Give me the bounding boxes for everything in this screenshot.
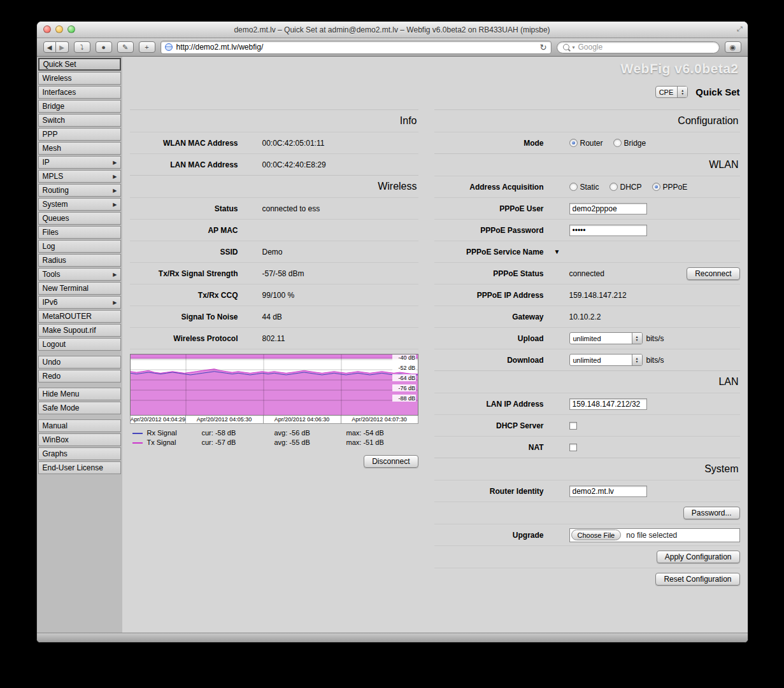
- sidebar-item-quick-set[interactable]: Quick Set: [38, 58, 121, 71]
- sidebar-item-make-supout-rif[interactable]: Make Supout.rif: [38, 324, 121, 337]
- svg-text:-52 dB: -52 dB: [398, 365, 415, 371]
- sidebar-item-label: PPP: [43, 130, 58, 139]
- signal-chart-plot: -40 dB-52 dB-64 dB-76 dB-88 dB: [130, 354, 418, 416]
- sidebar-item-label: Graphs: [43, 449, 68, 458]
- reset-row: Reset Configuration: [434, 568, 740, 590]
- zoom-button[interactable]: [68, 25, 75, 33]
- sidebar-item-ip[interactable]: IP▶: [38, 156, 121, 169]
- mode-router-radio[interactable]: Router: [569, 139, 603, 148]
- ssid-label: SSID: [130, 248, 238, 256]
- sidebar-item-routing[interactable]: Routing▶: [38, 184, 121, 197]
- sidebar-item-files[interactable]: Files: [38, 226, 121, 239]
- form-row: WLAN MAC Address 00:0C:42:05:01:11: [130, 132, 418, 153]
- addr-static-radio[interactable]: Static: [569, 183, 599, 192]
- sidebar-item-graphs[interactable]: Graphs: [38, 447, 121, 460]
- compose-button[interactable]: ✎: [117, 41, 134, 53]
- choose-file-button[interactable]: Choose File: [571, 530, 622, 540]
- window-titlebar: demo2.mt.lv – Quick Set at admin@demo2.m…: [37, 22, 748, 38]
- history-button[interactable]: ⤵: [74, 41, 90, 53]
- sidebar-item-radius[interactable]: Radius: [38, 254, 121, 267]
- sidebar-item-ipv6[interactable]: IPv6▶: [38, 296, 121, 309]
- router-identity-input[interactable]: [569, 486, 647, 497]
- addr-dhcp-radio[interactable]: DHCP: [609, 183, 642, 192]
- sidebar-item-bridge[interactable]: Bridge: [38, 100, 121, 113]
- sidebar-item-ppp[interactable]: PPP: [38, 128, 121, 141]
- svg-text:-76 dB: -76 dB: [398, 385, 415, 391]
- form-row: Upgrade Choose File no file selected: [434, 524, 740, 545]
- upload-unit: bits/s: [646, 334, 664, 343]
- nat-value: [569, 444, 740, 451]
- status-label: Status: [130, 204, 238, 213]
- disconnect-button[interactable]: Disconnect: [364, 455, 418, 468]
- sidebar-item-safe-mode[interactable]: Safe Mode: [38, 402, 121, 414]
- back-button[interactable]: ◀: [43, 41, 56, 53]
- sidebar-item-new-terminal[interactable]: New Terminal: [38, 282, 121, 295]
- sidebar-item-interfaces[interactable]: Interfaces: [38, 86, 121, 99]
- sidebar-item-log[interactable]: Log: [38, 240, 121, 253]
- sidebar-item-label: System: [43, 200, 68, 209]
- disclosure-triangle-icon[interactable]: ▼: [554, 248, 560, 255]
- upload-select[interactable]: unlimited ▲ ▼: [569, 332, 643, 344]
- sidebar-item-label: Make Supout.rif: [43, 326, 96, 335]
- pppoe-password-input[interactable]: [569, 225, 647, 236]
- pppoe-service-name-value: ▼: [554, 248, 740, 255]
- password-button[interactable]: Password...: [683, 507, 740, 519]
- sidebar-item-mesh[interactable]: Mesh: [38, 142, 121, 155]
- window-resize-bar[interactable]: [37, 633, 748, 642]
- toolbar-overflow-button[interactable]: ◉: [725, 41, 741, 53]
- browser-window: demo2.mt.lv – Quick Set at admin@demo2.m…: [36, 21, 748, 643]
- search-engine-caret-icon[interactable]: ▾: [573, 45, 575, 50]
- reader-button[interactable]: ●: [96, 41, 112, 53]
- minimize-button[interactable]: [55, 25, 63, 33]
- reload-icon[interactable]: ↻: [540, 43, 547, 52]
- form-row: Signal To Noise 44 dB: [130, 305, 418, 327]
- search-field[interactable]: ▾ Google: [557, 41, 720, 53]
- chart-legend: Rx Signal cur: -58 dB avg: -56 dB max: -…: [130, 428, 418, 447]
- sidebar-item-queues[interactable]: Queues: [38, 212, 121, 225]
- sidebar-item-label: IPv6: [43, 298, 58, 307]
- sidebar-item-hide-menu[interactable]: Hide Menu: [38, 388, 121, 400]
- forward-button[interactable]: ▶: [56, 41, 69, 53]
- apply-configuration-button[interactable]: Apply Configuration: [657, 551, 740, 563]
- download-select[interactable]: unlimited ▲ ▼: [569, 354, 643, 366]
- sidebar-item-winbox[interactable]: WinBox: [38, 433, 121, 446]
- sidebar-item-wireless[interactable]: Wireless: [38, 72, 121, 85]
- disconnect-row: Disconnect: [130, 455, 418, 468]
- chart-x-axis: Apr/20/2012 04:04:29 Apr/20/2012 04:05:3…: [130, 416, 418, 424]
- add-tab-button[interactable]: +: [139, 41, 155, 53]
- sidebar-item-tools[interactable]: Tools▶: [38, 268, 121, 281]
- nat-checkbox[interactable]: [569, 444, 577, 451]
- lan-ip-input[interactable]: [569, 398, 647, 410]
- sidebar-item-mpls[interactable]: MPLS▶: [38, 170, 121, 183]
- sidebar-item-switch[interactable]: Switch: [38, 114, 121, 127]
- signal-strength-value: -57/-58 dBm: [262, 269, 418, 278]
- upgrade-file-field[interactable]: Choose File no file selected: [569, 528, 740, 542]
- sidebar-item-end-user-license[interactable]: End-User License: [38, 461, 121, 474]
- mode-bridge-radio[interactable]: Bridge: [613, 139, 646, 148]
- sidebar-item-logout[interactable]: Logout: [38, 338, 121, 351]
- gateway-value: 10.10.2.2: [569, 312, 740, 321]
- sidebar-item-metarouter[interactable]: MetaROUTER: [38, 310, 121, 323]
- close-button[interactable]: [43, 25, 51, 33]
- cpe-mode-select[interactable]: CPE ▲ ▼: [655, 86, 688, 98]
- address-bar[interactable]: http://demo2.mt.lv/webfig/ ↻: [160, 41, 552, 54]
- pppoe-user-input[interactable]: [569, 203, 647, 214]
- radio-icon: [652, 183, 660, 191]
- sidebar-item-label: Bridge: [43, 102, 65, 111]
- info-section-heading: Info: [130, 109, 418, 132]
- fullscreen-icon[interactable]: ⤢: [737, 25, 743, 33]
- ssid-value: Demo: [262, 248, 418, 256]
- addr-pppoe-radio[interactable]: PPPoE: [652, 183, 688, 192]
- url-text[interactable]: http://demo2.mt.lv/webfig/: [176, 43, 536, 52]
- legend-avg: avg: -56 dB: [274, 428, 346, 438]
- dhcp-server-checkbox[interactable]: [569, 422, 577, 430]
- sidebar-item-undo[interactable]: Undo: [38, 356, 121, 369]
- sidebar-item-redo[interactable]: Redo: [38, 370, 121, 383]
- reset-configuration-button[interactable]: Reset Configuration: [655, 573, 739, 586]
- rx-line-swatch: [132, 433, 143, 434]
- reconnect-button[interactable]: Reconnect: [687, 267, 739, 280]
- legend-avg: avg: -55 dB: [274, 438, 346, 447]
- form-row: Tx/Rx CCQ 99/100 %: [130, 284, 418, 305]
- sidebar-item-system[interactable]: System▶: [38, 198, 121, 211]
- sidebar-item-manual[interactable]: Manual: [38, 419, 121, 432]
